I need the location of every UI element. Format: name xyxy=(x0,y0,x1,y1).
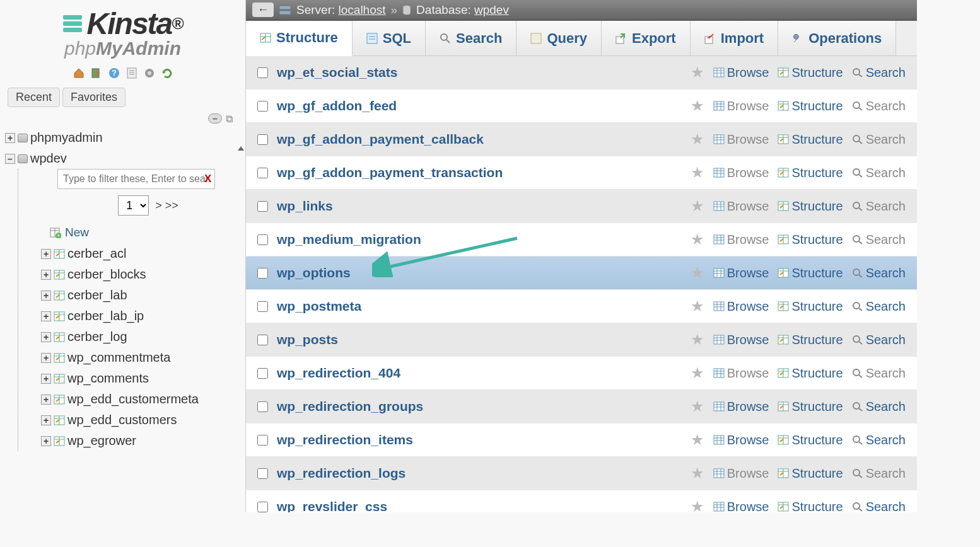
browse-action[interactable]: Browse xyxy=(713,66,769,80)
page-next[interactable]: > >> xyxy=(155,199,178,212)
favorite-icon[interactable]: ★ xyxy=(691,431,704,449)
refresh-icon[interactable] xyxy=(160,66,174,80)
back-button[interactable]: ← xyxy=(252,3,274,17)
row-checkbox[interactable] xyxy=(257,101,268,112)
expand-icon[interactable]: + xyxy=(41,270,51,280)
favorite-icon[interactable]: ★ xyxy=(691,264,704,282)
search-action[interactable]: Search xyxy=(852,433,906,447)
tree-table-item[interactable]: + wp_comments xyxy=(41,368,240,389)
browse-action[interactable]: Browse xyxy=(713,333,769,347)
tree-table-item[interactable]: + cerber_lab_ip xyxy=(41,306,240,326)
expand-icon[interactable]: + xyxy=(41,394,51,405)
expand-icon[interactable]: + xyxy=(41,436,51,446)
tab-import[interactable]: Import xyxy=(691,21,778,55)
tree-table-item[interactable]: + cerber_blocks xyxy=(41,264,240,285)
browse-action[interactable]: Browse xyxy=(713,233,769,247)
row-checkbox[interactable] xyxy=(257,201,268,212)
browse-action[interactable]: Browse xyxy=(713,299,769,314)
favorite-icon[interactable]: ★ xyxy=(691,197,704,215)
search-action[interactable]: Search xyxy=(852,466,906,481)
table-name-link[interactable]: wp_gf_addon_payment_transaction xyxy=(277,165,682,180)
filter-input[interactable] xyxy=(57,169,215,189)
row-checkbox[interactable] xyxy=(257,368,268,379)
row-checkbox[interactable] xyxy=(257,268,268,279)
table-name-link[interactable]: wp_postmeta xyxy=(277,299,682,314)
browse-action[interactable]: Browse xyxy=(713,99,769,113)
favorite-icon[interactable]: ★ xyxy=(691,64,704,81)
expand-icon[interactable]: + xyxy=(5,133,15,143)
row-checkbox[interactable] xyxy=(257,134,268,145)
favorite-icon[interactable]: ★ xyxy=(691,130,704,148)
structure-action[interactable]: Structure xyxy=(778,366,843,381)
collapse-icon[interactable]: – xyxy=(5,154,15,164)
row-checkbox[interactable] xyxy=(257,234,268,245)
favorites-tab[interactable]: Favorites xyxy=(62,88,125,107)
scroll-up-icon[interactable] xyxy=(238,146,244,151)
favorite-icon[interactable]: ★ xyxy=(691,164,704,181)
doc-icon[interactable] xyxy=(125,66,139,80)
favorite-icon[interactable]: ★ xyxy=(691,97,704,115)
structure-action[interactable]: Structure xyxy=(778,400,843,414)
search-action[interactable]: Search xyxy=(852,366,906,381)
search-action[interactable]: Search xyxy=(852,166,906,180)
browse-action[interactable]: Browse xyxy=(713,466,769,481)
collapse-all-icon[interactable]: – xyxy=(208,113,222,124)
structure-action[interactable]: Structure xyxy=(778,233,843,247)
expand-icon[interactable]: + xyxy=(41,332,51,342)
table-name-link[interactable]: wp_gf_addon_payment_callback xyxy=(277,132,682,147)
tree-table-item[interactable]: + wp_edd_customers xyxy=(41,410,240,430)
expand-icon[interactable]: + xyxy=(41,291,51,301)
expand-icon[interactable]: + xyxy=(41,311,51,321)
structure-action[interactable]: Structure xyxy=(778,266,843,280)
structure-action[interactable]: Structure xyxy=(778,99,843,113)
search-action[interactable]: Search xyxy=(852,99,906,113)
table-name-link[interactable]: wp_links xyxy=(277,199,682,214)
recent-tab[interactable]: Recent xyxy=(8,88,60,107)
table-name-link[interactable]: wp_et_social_stats xyxy=(277,65,682,80)
search-action[interactable]: Search xyxy=(852,132,906,147)
browse-action[interactable]: Browse xyxy=(713,400,769,414)
browse-action[interactable]: Browse xyxy=(713,266,769,280)
expand-icon[interactable]: + xyxy=(41,249,51,259)
tab-structure[interactable]: Structure xyxy=(246,21,353,56)
link-icon[interactable]: ⧉ xyxy=(226,113,233,125)
browse-action[interactable]: Browse xyxy=(713,166,769,180)
table-name-link[interactable]: wp_posts xyxy=(277,332,682,347)
favorite-icon[interactable]: ★ xyxy=(691,297,704,315)
structure-action[interactable]: Structure xyxy=(778,299,843,314)
help-icon[interactable]: ? xyxy=(107,66,121,80)
row-checkbox[interactable] xyxy=(257,335,268,345)
structure-action[interactable]: Structure xyxy=(778,466,843,481)
search-action[interactable]: Search xyxy=(852,199,906,214)
structure-action[interactable]: Structure xyxy=(778,132,843,147)
table-name-link[interactable]: wp_gf_addon_feed xyxy=(277,98,682,113)
page-select[interactable]: 1 xyxy=(118,195,149,216)
tree-table-item[interactable]: + wp_commentmeta xyxy=(41,347,240,368)
table-name-link[interactable]: wp_redirection_items xyxy=(277,432,682,447)
structure-action[interactable]: Structure xyxy=(778,166,843,180)
table-name-link[interactable]: wp_redirection_groups xyxy=(277,399,682,414)
structure-action[interactable]: Structure xyxy=(778,500,843,513)
table-name-link[interactable]: wp_revslider_css xyxy=(277,499,682,512)
favorite-icon[interactable]: ★ xyxy=(691,498,704,512)
tab-operations[interactable]: Operations xyxy=(778,21,896,55)
row-checkbox[interactable] xyxy=(257,67,268,78)
tab-sql[interactable]: SQL xyxy=(353,21,426,55)
structure-action[interactable]: Structure xyxy=(778,333,843,347)
tree-table-item[interactable]: + wp_edd_customermeta xyxy=(41,389,240,410)
search-action[interactable]: Search xyxy=(852,333,906,347)
browse-action[interactable]: Browse xyxy=(713,433,769,447)
table-name-link[interactable]: wp_options xyxy=(277,265,682,280)
expand-icon[interactable]: + xyxy=(41,415,51,425)
search-action[interactable]: Search xyxy=(852,266,906,280)
tree-table-item[interactable]: + wp_egrower xyxy=(41,430,240,451)
search-action[interactable]: Search xyxy=(852,400,906,414)
tab-export[interactable]: Export xyxy=(602,21,691,55)
new-table-link[interactable]: + New xyxy=(50,222,240,243)
gear-icon[interactable] xyxy=(143,66,156,80)
favorite-icon[interactable]: ★ xyxy=(691,398,704,415)
home-icon[interactable] xyxy=(72,66,86,80)
tree-db-phpmyadmin[interactable]: + phpmyadmin xyxy=(5,127,240,148)
favorite-icon[interactable]: ★ xyxy=(691,231,704,248)
tab-search[interactable]: Search xyxy=(426,21,516,55)
